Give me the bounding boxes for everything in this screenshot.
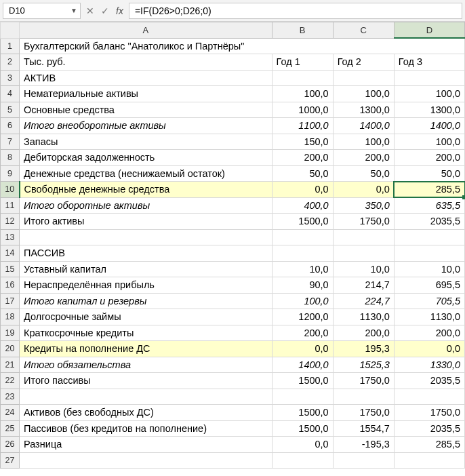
cell[interactable]: 1500,0 [272, 405, 333, 421]
cell[interactable]: 200,0 [272, 150, 333, 166]
cell[interactable]: Денежные средства (неснижаемый остаток) [20, 165, 272, 182]
cell[interactable] [20, 389, 272, 405]
select-all-corner[interactable] [1, 22, 20, 39]
confirm-icon[interactable]: ✓ [101, 6, 109, 16]
cell[interactable] [333, 70, 394, 86]
cell[interactable]: Итого пассивы [20, 373, 272, 389]
spreadsheet-grid[interactable]: A B C D 1 Бухгалтерский баланс "Анатолик… [0, 22, 465, 469]
row-header[interactable]: 25 [1, 420, 20, 437]
cell[interactable]: Итого капитал и резервы [20, 293, 272, 309]
cell[interactable]: Активов (без свободных ДС) [20, 405, 272, 421]
cell[interactable]: 1500,0 [272, 420, 333, 437]
row-header[interactable]: 10 [1, 182, 20, 198]
cell[interactable] [272, 70, 333, 86]
cancel-icon[interactable]: ✕ [86, 6, 94, 16]
col-header-A[interactable]: A [20, 22, 272, 39]
cell[interactable]: 10,0 [272, 261, 333, 277]
cell[interactable]: 1330,0 [394, 357, 464, 373]
cell[interactable]: 150,0 [272, 134, 333, 150]
cell[interactable]: 0,0 [272, 182, 333, 198]
cell[interactable]: Кредиты на пополнение ДС [20, 341, 272, 357]
row-header[interactable]: 11 [1, 197, 20, 214]
cell[interactable]: 1000,0 [272, 102, 333, 118]
fx-icon[interactable]: fx [116, 6, 123, 16]
row-header[interactable]: 13 [1, 229, 20, 245]
col-header-B[interactable]: B [272, 22, 333, 39]
cell[interactable]: Уставный капитал [20, 261, 272, 277]
cell[interactable]: Краткосрочные кредиты [20, 325, 272, 341]
cell[interactable]: 1130,0 [333, 309, 394, 325]
cell[interactable]: 90,0 [272, 277, 333, 294]
cell[interactable]: Основные средства [20, 102, 272, 118]
cell[interactable]: Нематериальные активы [20, 86, 272, 102]
cell[interactable] [20, 229, 272, 245]
cell[interactable] [394, 229, 464, 245]
row-header[interactable]: 1 [1, 38, 20, 54]
cell[interactable] [394, 70, 464, 86]
row-header[interactable]: 24 [1, 405, 20, 421]
row-header[interactable]: 9 [1, 165, 20, 182]
cell[interactable]: Итого активы [20, 214, 272, 230]
cell[interactable]: 2035,5 [394, 420, 464, 437]
cell[interactable]: 1130,0 [394, 309, 464, 325]
cell[interactable]: АКТИВ [20, 70, 272, 86]
cell[interactable]: 400,0 [272, 197, 333, 214]
cell[interactable]: 1750,0 [394, 405, 464, 421]
row-header[interactable]: 27 [1, 452, 20, 469]
cell[interactable]: Год 2 [333, 54, 394, 71]
cell[interactable]: 100,0 [272, 86, 333, 102]
cell[interactable]: 1400,0 [272, 357, 333, 373]
name-box[interactable]: D10 ▼ [3, 3, 81, 19]
cell[interactable]: 200,0 [394, 325, 464, 341]
cell[interactable]: 0,0 [394, 341, 464, 357]
cell[interactable] [394, 389, 464, 405]
row-header[interactable]: 21 [1, 357, 20, 373]
col-header-C[interactable]: C [333, 22, 394, 39]
cell[interactable]: 1500,0 [272, 373, 333, 389]
cell[interactable]: ПАССИВ [20, 245, 272, 262]
cell[interactable]: 1750,0 [333, 405, 394, 421]
col-header-D[interactable]: D [394, 22, 464, 39]
cell[interactable]: 100,0 [333, 134, 394, 150]
cell[interactable]: Свободные денежные средства [20, 182, 272, 198]
row-header[interactable]: 4 [1, 86, 20, 102]
cell[interactable] [333, 245, 394, 262]
cell[interactable]: Итого обязательства [20, 357, 272, 373]
cell[interactable]: 100,0 [272, 293, 333, 309]
cell[interactable] [272, 389, 333, 405]
cell[interactable]: Итого оборотные активы [20, 197, 272, 214]
cell[interactable]: Пассивов (без кредитов на пополнение) [20, 420, 272, 437]
cell[interactable]: Разница [20, 437, 272, 453]
cell[interactable]: 350,0 [333, 197, 394, 214]
cell[interactable] [272, 245, 333, 262]
cell[interactable]: 705,5 [394, 293, 464, 309]
cell[interactable]: Долгосрочные займы [20, 309, 272, 325]
cell[interactable]: 1300,0 [333, 102, 394, 118]
cell[interactable]: 214,7 [333, 277, 394, 294]
chevron-down-icon[interactable]: ▼ [70, 7, 77, 14]
cell[interactable]: 200,0 [333, 150, 394, 166]
cell[interactable]: 100,0 [333, 86, 394, 102]
cell[interactable]: 50,0 [333, 165, 394, 182]
cell[interactable]: -195,3 [333, 437, 394, 453]
cell[interactable]: Итого внеоборотные активы [20, 118, 272, 134]
row-header[interactable]: 23 [1, 389, 20, 405]
cell[interactable] [333, 452, 394, 469]
cell[interactable]: 1100,0 [272, 118, 333, 134]
row-header[interactable]: 5 [1, 102, 20, 118]
cell[interactable]: 200,0 [333, 325, 394, 341]
cell[interactable]: 695,5 [394, 277, 464, 294]
cell[interactable] [333, 389, 394, 405]
cell[interactable] [333, 229, 394, 245]
cell[interactable]: 200,0 [394, 150, 464, 166]
cell[interactable]: 635,5 [394, 197, 464, 214]
cell[interactable]: 1750,0 [333, 373, 394, 389]
row-header[interactable]: 3 [1, 70, 20, 86]
cell[interactable]: 1554,7 [333, 420, 394, 437]
row-header[interactable]: 20 [1, 341, 20, 357]
cell[interactable]: 0,0 [272, 437, 333, 453]
cell[interactable]: 2035,5 [394, 214, 464, 230]
row-header[interactable]: 17 [1, 293, 20, 309]
cell[interactable]: 0,0 [272, 341, 333, 357]
row-header[interactable]: 8 [1, 150, 20, 166]
